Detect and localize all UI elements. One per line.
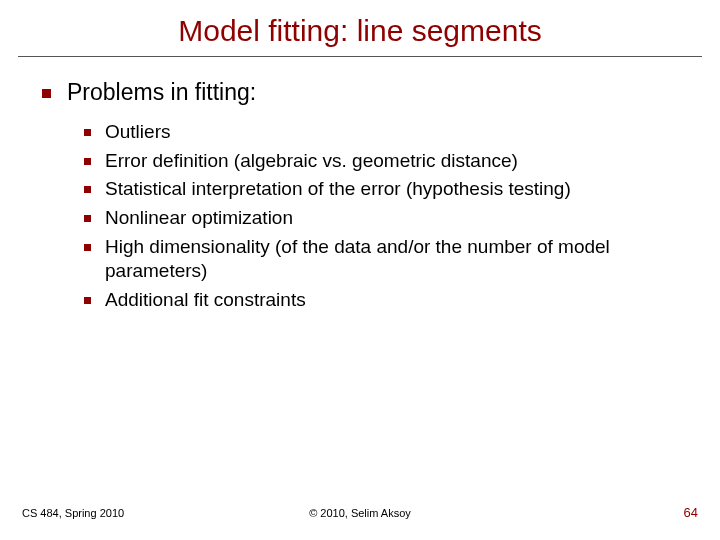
bullet-icon bbox=[84, 186, 91, 193]
item-text: High dimensionality (of the data and/or … bbox=[105, 235, 690, 284]
item-text: Error definition (algebraic vs. geometri… bbox=[105, 149, 518, 174]
list-item: Nonlinear optimization bbox=[84, 206, 690, 231]
list-item: Error definition (algebraic vs. geometri… bbox=[84, 149, 690, 174]
bullet-icon bbox=[84, 129, 91, 136]
heading-text: Problems in fitting: bbox=[67, 79, 256, 106]
sub-list: Outliers Error definition (algebraic vs.… bbox=[42, 120, 690, 313]
bullet-icon bbox=[84, 244, 91, 251]
list-item: High dimensionality (of the data and/or … bbox=[84, 235, 690, 284]
slide-title: Model fitting: line segments bbox=[30, 14, 690, 48]
item-text: Nonlinear optimization bbox=[105, 206, 293, 231]
item-text: Additional fit constraints bbox=[105, 288, 306, 313]
bullet-icon bbox=[42, 89, 51, 98]
slide: Model fitting: line segments Problems in… bbox=[0, 0, 720, 540]
title-wrap: Model fitting: line segments bbox=[0, 0, 720, 56]
bullet-icon bbox=[84, 297, 91, 304]
page-number: 64 bbox=[473, 505, 698, 520]
item-text: Outliers bbox=[105, 120, 170, 145]
slide-body: Problems in fitting: Outliers Error defi… bbox=[0, 57, 720, 313]
item-text: Statistical interpretation of the error … bbox=[105, 177, 571, 202]
list-item: Additional fit constraints bbox=[84, 288, 690, 313]
footer-center: © 2010, Selim Aksoy bbox=[247, 507, 472, 519]
list-item: Problems in fitting: bbox=[42, 79, 690, 106]
bullet-icon bbox=[84, 215, 91, 222]
footer-left: CS 484, Spring 2010 bbox=[22, 507, 247, 519]
list-item: Statistical interpretation of the error … bbox=[84, 177, 690, 202]
footer: CS 484, Spring 2010 © 2010, Selim Aksoy … bbox=[0, 505, 720, 520]
list-item: Outliers bbox=[84, 120, 690, 145]
bullet-icon bbox=[84, 158, 91, 165]
